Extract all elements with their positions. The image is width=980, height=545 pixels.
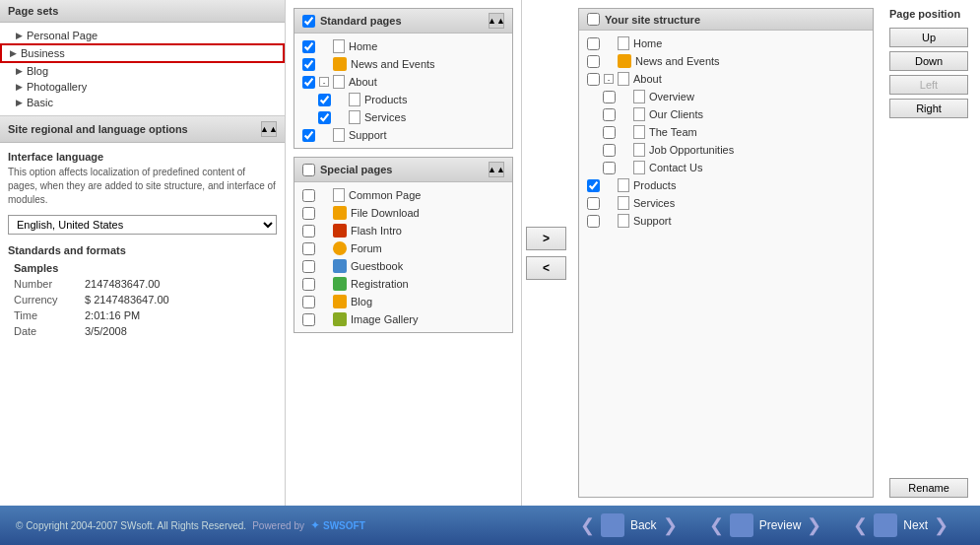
about-toggle[interactable]: - [319, 77, 329, 87]
back-chevron-right-icon: ❯ [663, 514, 678, 536]
site-structure-box: Your site structure Home [578, 8, 874, 498]
right-button[interactable]: Right [889, 99, 968, 118]
special-pages-collapse-btn[interactable]: ▲▲ [489, 162, 504, 177]
support-checkbox[interactable] [302, 129, 315, 142]
doc-icon [349, 93, 360, 106]
doc-icon [333, 128, 345, 142]
down-button[interactable]: Down [889, 51, 968, 71]
registration-checkbox[interactable] [302, 278, 315, 291]
flash-checkbox[interactable] [302, 225, 315, 238]
back-label: Back [630, 518, 657, 532]
back-chevron-left-icon: ❮ [580, 514, 595, 536]
standards-table: Samples Number 2147483647.00 Currency $ … [8, 259, 277, 340]
rename-button[interactable]: Rename [889, 478, 968, 498]
imagegallery-checkbox[interactable] [302, 313, 315, 326]
arrow-right-icon: ▶ [10, 48, 17, 58]
samples-row: Samples [10, 261, 275, 275]
structure-about-checkbox[interactable] [587, 73, 600, 86]
standard-pages-checkbox[interactable] [302, 15, 315, 28]
standard-pages-list: Home News and Events - About [294, 34, 512, 148]
about-structure-toggle[interactable]: - [604, 74, 614, 84]
flash-icon [333, 224, 347, 238]
structure-clients-checkbox[interactable] [603, 108, 616, 121]
back-icon [601, 513, 624, 537]
structure-item-team: The Team [587, 123, 865, 141]
structure-contact-checkbox[interactable] [603, 162, 616, 174]
about-checkbox[interactable] [302, 76, 315, 89]
doc-icon [618, 196, 629, 210]
next-chevron-left-icon: ❮ [853, 514, 868, 536]
main-container: Page sets ▶ Personal Page ▶ Business ▶ B… [0, 0, 980, 545]
home-checkbox[interactable] [302, 40, 315, 53]
page-set-personal[interactable]: ▶ Personal Page [0, 28, 285, 43]
structure-overview-checkbox[interactable] [603, 91, 616, 103]
site-structure-checkbox[interactable] [587, 13, 600, 26]
preview-label: Preview [759, 518, 802, 532]
regional-collapse-btn[interactable]: ▲▲ [261, 121, 277, 137]
transfer-arrow-col: > < [522, 0, 570, 506]
filedownload-checkbox[interactable] [302, 207, 315, 220]
doc-icon [633, 161, 645, 174]
imagegallery-icon [333, 312, 347, 326]
structure-item-products: Products [587, 176, 865, 194]
doc-icon [333, 188, 345, 202]
remove-from-structure-btn[interactable]: < [526, 256, 566, 280]
doc-icon [618, 214, 629, 228]
filedownload-icon [333, 206, 347, 220]
samples-label: Samples [10, 261, 79, 275]
page-set-photogallery[interactable]: ▶ Photogallery [0, 79, 285, 95]
next-nav-btn[interactable]: ❮ Next ❯ [837, 508, 964, 543]
left-button[interactable]: Left [889, 75, 968, 95]
preview-chevron-left-icon: ❮ [709, 514, 724, 536]
special-page-filedownload: File Download [302, 204, 504, 222]
blog-icon [333, 295, 347, 308]
news-icon [618, 54, 631, 68]
standard-page-home: Home [302, 37, 504, 55]
left-panel: Page sets ▶ Personal Page ▶ Business ▶ B… [0, 0, 286, 506]
next-icon [874, 513, 897, 537]
special-pages-checkbox[interactable] [302, 164, 315, 176]
news-checkbox[interactable] [302, 58, 315, 71]
doc-icon [333, 75, 345, 89]
structure-team-checkbox[interactable] [603, 126, 616, 139]
language-select[interactable]: English, United States English, United K… [8, 215, 277, 235]
blog-checkbox[interactable] [302, 296, 315, 308]
structure-item-services: Services [587, 194, 865, 212]
footer: © Copyright 2004-2007 SWsoft. All Rights… [0, 506, 980, 545]
guestbook-icon [333, 259, 347, 273]
page-position-title: Page position [889, 8, 972, 20]
structure-home-checkbox[interactable] [587, 37, 600, 50]
page-sets-list: ▶ Personal Page ▶ Business ▶ Blog ▶ Phot… [0, 23, 285, 115]
structure-news-checkbox[interactable] [587, 55, 600, 68]
up-button[interactable]: Up [889, 28, 968, 47]
add-to-structure-btn[interactable]: > [526, 227, 566, 250]
structure-jobs-checkbox[interactable] [603, 144, 616, 157]
structure-products-checkbox[interactable] [587, 179, 600, 192]
structure-services-checkbox[interactable] [587, 197, 600, 210]
currency-value: $ 2147483647.00 [81, 293, 275, 307]
swsoft-star-icon: ✦ [310, 518, 320, 532]
products-checkbox[interactable] [318, 94, 331, 106]
guestbook-checkbox[interactable] [302, 260, 315, 273]
page-set-business[interactable]: ▶ Business [0, 43, 285, 63]
currency-label: Currency [10, 293, 79, 307]
forum-checkbox[interactable] [302, 242, 315, 255]
structure-item-jobs: Job Opportunities [587, 141, 865, 159]
page-set-blog[interactable]: ▶ Blog [0, 63, 285, 79]
standards-section: Standards and formats Samples Number 214… [8, 244, 277, 340]
standards-label: Standards and formats [8, 244, 277, 256]
preview-icon [730, 513, 753, 537]
page-set-basic[interactable]: ▶ Basic [0, 95, 285, 110]
preview-nav-btn[interactable]: ❮ Preview ❯ [693, 508, 838, 543]
common-checkbox[interactable] [302, 189, 315, 202]
next-label: Next [903, 518, 928, 532]
special-page-blog: Blog [302, 293, 504, 310]
back-nav-btn[interactable]: ❮ Back ❯ [564, 508, 693, 543]
services-checkbox[interactable] [318, 111, 331, 124]
doc-icon [633, 90, 645, 103]
next-chevron-right-icon: ❯ [934, 514, 948, 536]
doc-icon [633, 107, 645, 121]
structure-support-checkbox[interactable] [587, 215, 600, 228]
standard-pages-collapse-btn[interactable]: ▲▲ [489, 13, 504, 29]
doc-icon [618, 72, 629, 86]
